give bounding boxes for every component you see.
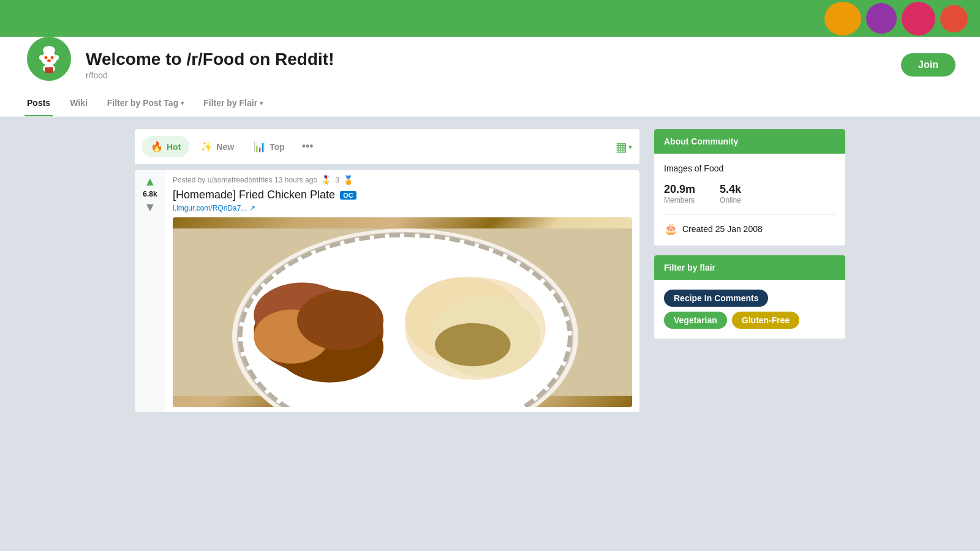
nav-wiki[interactable]: Wiki: [67, 91, 90, 116]
main-content: 🔥 Hot ✨ New 📊 Top ••• ▦ ▾ ▲ 6.8k: [123, 117, 858, 424]
layout-icon: ▦: [616, 140, 627, 154]
nav-posts[interactable]: Posts: [24, 91, 53, 116]
svg-rect-10: [45, 67, 53, 73]
sort-new-button[interactable]: ✨ New: [192, 136, 243, 157]
flair-tags-container: Recipe In Comments Vegetarian Gluten-Fre…: [654, 280, 845, 339]
about-community-header: About Community: [654, 129, 845, 154]
community-description: Images of Food: [664, 163, 835, 173]
vote-count: 6.8k: [143, 190, 157, 198]
filter-flair-card: Filter by flair Recipe In Comments Veget…: [654, 255, 845, 339]
subreddit-nav: Posts Wiki Filter by Post Tag ▾ Filter b…: [0, 91, 980, 117]
flair-gluten-free[interactable]: Gluten-Free: [732, 312, 800, 329]
top-icon: 📊: [254, 141, 266, 152]
about-community-body: Images of Food 20.9m Members 5.4k Online…: [654, 154, 845, 246]
downvote-button[interactable]: ▼: [144, 201, 156, 213]
svg-point-18: [297, 291, 383, 350]
svg-point-7: [39, 55, 43, 60]
external-link-icon: ↗: [249, 204, 255, 212]
svg-point-3: [41, 52, 57, 66]
layout-toggle[interactable]: ▦ ▾: [616, 140, 632, 154]
deco-pink: [902, 2, 935, 36]
deco-purple: [866, 3, 897, 34]
flair-recipe-comments[interactable]: Recipe In Comments: [664, 290, 768, 307]
vote-column: ▲ 6.8k ▼: [135, 170, 165, 412]
filter-flair-chevron: ▾: [260, 100, 263, 107]
svg-point-4: [45, 56, 48, 59]
banner-decorations: [824, 0, 980, 37]
sub-title-group: Welcome to /r/Food on Reddit! r/food: [86, 50, 889, 80]
sort-more-button[interactable]: •••: [296, 135, 320, 158]
online-label: Online: [720, 196, 741, 204]
online-stat: 5.4k Online: [720, 183, 741, 204]
hot-icon: 🔥: [151, 141, 163, 152]
layout-chevron: ▾: [628, 143, 632, 151]
sort-top-button[interactable]: 📊 Top: [245, 136, 293, 157]
post-image: [173, 217, 632, 407]
post-title: [Homemade] Fried Chicken Plate OC: [173, 189, 632, 201]
feed-column: 🔥 Hot ✨ New 📊 Top ••• ▦ ▾ ▲ 6.8k: [135, 129, 639, 412]
snoo-icon: [31, 40, 67, 77]
food-svg: [173, 217, 632, 407]
award-icon-2: 🏅: [343, 175, 353, 185]
subreddit-avatar: [24, 34, 74, 83]
subreddit-header: Welcome to /r/Food on Reddit! r/food Joi…: [0, 37, 980, 117]
award-icon-1: 🎖️: [321, 175, 331, 185]
svg-point-22: [435, 323, 511, 367]
nav-filter-flair[interactable]: Filter by Flair ▾: [201, 91, 265, 116]
sidebar: About Community Images of Food 20.9m Mem…: [654, 129, 845, 412]
svg-point-8: [55, 55, 59, 60]
oc-badge: OC: [340, 191, 356, 200]
sort-hot-button[interactable]: 🔥 Hot: [142, 136, 189, 157]
about-community-card: About Community Images of Food 20.9m Mem…: [654, 129, 845, 246]
new-icon: ✨: [200, 141, 213, 152]
filter-tag-chevron: ▾: [181, 100, 184, 107]
nav-filter-tag[interactable]: Filter by Post Tag ▾: [105, 91, 186, 116]
filter-flair-header: Filter by flair: [654, 255, 845, 280]
cake-icon: 🎂: [664, 222, 677, 236]
community-stats: 20.9m Members 5.4k Online: [664, 183, 835, 204]
flair-vegetarian[interactable]: Vegetarian: [664, 312, 727, 329]
subreddit-name: r/food: [86, 70, 889, 80]
deco-orange: [824, 2, 861, 36]
sort-bar: 🔥 Hot ✨ New 📊 Top ••• ▦ ▾: [135, 129, 639, 164]
members-stat: 20.9m Members: [664, 183, 695, 204]
sub-header-top: Welcome to /r/Food on Reddit! r/food Joi…: [0, 37, 980, 91]
post-link[interactable]: i.imgur.com/RQnDa7... ↗: [173, 204, 632, 212]
post-meta: Posted by u/somefreedomfries 13 hours ag…: [173, 175, 632, 185]
post-body: Posted by u/somefreedomfries 13 hours ag…: [165, 170, 639, 412]
upvote-button[interactable]: ▲: [144, 175, 156, 187]
post-card: ▲ 6.8k ▼ Posted by u/somefreedomfries 13…: [135, 170, 639, 412]
deco-red: [940, 5, 968, 32]
join-button[interactable]: Join: [901, 53, 956, 77]
community-created: 🎂 Created 25 Jan 2008: [664, 214, 835, 236]
online-count: 5.4k: [720, 183, 741, 196]
subreddit-title: Welcome to /r/Food on Reddit!: [86, 50, 889, 69]
banner: [0, 0, 980, 37]
members-count: 20.9m: [664, 183, 695, 196]
svg-point-6: [47, 59, 51, 62]
members-label: Members: [664, 196, 695, 204]
svg-point-5: [51, 56, 54, 59]
